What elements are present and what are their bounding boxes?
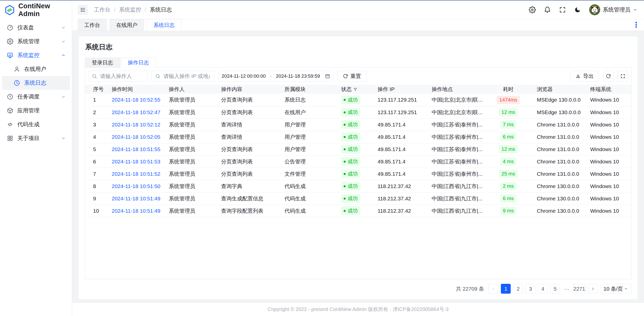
search-icon xyxy=(92,74,97,79)
table-fullscreen-button[interactable] xyxy=(618,71,628,82)
column-header-10: 终端系统 xyxy=(586,85,631,94)
tab-more-button[interactable]: ⋮ xyxy=(628,21,644,29)
chevron-up-icon xyxy=(61,53,66,58)
time-link[interactable]: 2024-11-18 10:51:49 xyxy=(112,208,160,214)
reset-label: 重置 xyxy=(350,73,361,80)
topbar-actions: 系统管理员 xyxy=(529,4,637,15)
pagination-ellipsis[interactable]: ··· xyxy=(562,286,571,292)
fullscreen-icon xyxy=(620,74,625,79)
sidebar-item-label: 应用管理 xyxy=(17,107,39,114)
refresh-table-button[interactable] xyxy=(603,71,614,82)
duration-badge: 1474ms xyxy=(497,96,520,104)
time-link[interactable]: 2024-11-18 10:51:49 xyxy=(112,196,160,201)
table-row: 52024-11-18 10:51:55系统管理员分页查询列表用户管理成功49.… xyxy=(85,143,631,155)
date-separator: - xyxy=(268,73,273,79)
dark-mode-button[interactable] xyxy=(574,6,581,13)
user-name: 系统管理员 xyxy=(603,6,630,14)
column-header-5: 状态 xyxy=(337,85,374,94)
page-button-3[interactable]: 3 xyxy=(526,284,535,294)
time-link[interactable]: 2024-11-18 10:52:47 xyxy=(112,109,160,115)
date-start-value: 2024-11-12 00:00:00 xyxy=(222,73,266,79)
moon-icon xyxy=(574,6,581,13)
funnel-icon[interactable] xyxy=(353,87,357,92)
time-link[interactable]: 2024-11-18 10:51:53 xyxy=(112,159,160,164)
cell-browser: Chrome 131.0.0.0 xyxy=(533,118,586,131)
user-icon xyxy=(14,66,20,72)
date-range-picker[interactable]: 2024-11-12 00:00:00 - 2024-11-18 23:59:5… xyxy=(218,71,334,82)
nav-tab-0[interactable]: 工作台 xyxy=(78,19,107,31)
subtab-1[interactable]: 操作日志 xyxy=(121,58,156,68)
page-button-1[interactable]: 1 xyxy=(501,284,511,294)
column-header-6: 操作 IP xyxy=(374,85,428,94)
cell-location: 中国|江苏省|泰州市|... xyxy=(428,155,486,168)
column-header-1: 操作时间 xyxy=(108,85,165,94)
menu-fold-icon xyxy=(80,7,86,13)
sidebar-item-system-monitor[interactable]: 系统监控 xyxy=(2,49,70,62)
hexagon-logo-icon xyxy=(4,4,15,16)
collapse-sidebar-button[interactable] xyxy=(78,5,88,15)
ip-search-input[interactable] xyxy=(151,71,214,82)
code-icon xyxy=(7,121,13,128)
sidebar-item-dashboard[interactable]: 仪表盘 xyxy=(2,21,70,34)
tab-bar: 工作台在线用户系统日志⋮ xyxy=(72,19,644,31)
cell-status: 成功 xyxy=(337,155,374,168)
time-link[interactable]: 2024-11-18 10:51:52 xyxy=(112,171,160,177)
subtab-0[interactable]: 登录日志 xyxy=(85,58,120,68)
time-link[interactable]: 2024-11-18 10:51:50 xyxy=(112,183,160,189)
notifications-button[interactable] xyxy=(544,6,551,13)
nav-tab-1[interactable]: 在线用户 xyxy=(110,19,144,31)
chevron-down-icon xyxy=(61,39,66,44)
cell-content: 分页查询列表 xyxy=(217,155,280,168)
cell-no: 3 xyxy=(85,118,108,131)
sidebar-item-task-scheduling[interactable]: 任务调度 xyxy=(2,90,70,104)
cell-time: 2024-11-18 10:52:05 xyxy=(108,131,165,143)
settings-button[interactable] xyxy=(529,6,536,13)
time-link[interactable]: 2024-11-18 10:51:55 xyxy=(112,146,160,152)
page-size-select[interactable]: 10 条/页 xyxy=(600,284,631,294)
sidebar-item-about-project[interactable]: 关于项目 xyxy=(2,131,70,145)
operator-input-field[interactable] xyxy=(100,73,144,79)
sidebar-item-label: 在线用户 xyxy=(24,65,46,73)
cell-browser: Chrome 131.0.0.0 xyxy=(533,155,586,168)
cell-time: 2024-11-18 10:51:50 xyxy=(108,180,165,192)
page-button-5[interactable]: 5 xyxy=(550,284,560,294)
next-page-button[interactable] xyxy=(588,284,598,294)
page-button-2271[interactable]: 2271 xyxy=(573,284,585,294)
breadcrumb-item-0[interactable]: 工作台 xyxy=(94,6,110,14)
logo[interactable]: ContiNew Admin xyxy=(0,1,72,19)
sidebar-item-app-management[interactable]: 应用管理 xyxy=(2,104,70,117)
breadcrumb: 工作台/系统监控/系统日志 xyxy=(94,6,172,14)
user-menu[interactable]: 系统管理员 xyxy=(589,4,637,15)
export-button[interactable]: 导出 xyxy=(570,71,599,82)
time-link[interactable]: 2024-11-18 10:52:12 xyxy=(112,122,160,127)
sidebar-item-system-management[interactable]: 系统管理 xyxy=(2,35,70,48)
operator-search-input[interactable] xyxy=(88,71,147,82)
ip-input-field[interactable] xyxy=(163,73,211,79)
nav-tab-2[interactable]: 系统日志 xyxy=(147,19,181,31)
time-link[interactable]: 2024-11-18 10:52:55 xyxy=(112,97,160,103)
reset-button[interactable]: 重置 xyxy=(338,71,366,82)
cell-status: 成功 xyxy=(337,168,374,180)
page-button-4[interactable]: 4 xyxy=(538,284,548,294)
chevron-down-icon xyxy=(61,136,66,141)
page-button-2[interactable]: 2 xyxy=(513,284,523,294)
sidebar-item-code-generation[interactable]: 代码生成 xyxy=(2,118,70,131)
status-dot xyxy=(344,198,346,200)
time-link[interactable]: 2024-11-18 10:52:05 xyxy=(112,134,160,140)
cell-ip: 49.85.171.4 xyxy=(374,118,428,131)
prev-page-button[interactable] xyxy=(489,284,498,294)
sidebar-item-system-logs[interactable]: 系统日志 xyxy=(2,76,70,90)
duration-badge: 4 ms xyxy=(500,157,516,166)
cell-browser: Chrome 130.0.0.0 xyxy=(533,205,586,217)
cell-browser: Chrome 131.0.0.0 xyxy=(533,143,586,155)
cell-location: 中国|江苏省|泰州市|... xyxy=(428,118,486,131)
table-row: 82024-11-18 10:51:50系统管理员查询字典代码生成成功118.2… xyxy=(85,180,631,192)
status-dot xyxy=(344,136,346,138)
cell-status: 成功 xyxy=(337,192,374,205)
cell-status: 成功 xyxy=(337,106,374,118)
sidebar-item-online-users[interactable]: 在线用户 xyxy=(2,62,70,76)
fullscreen-button[interactable] xyxy=(559,6,566,13)
cell-no: 8 xyxy=(85,180,108,192)
fullscreen-icon xyxy=(559,6,566,13)
breadcrumb-item-1[interactable]: 系统监控 xyxy=(119,6,141,14)
